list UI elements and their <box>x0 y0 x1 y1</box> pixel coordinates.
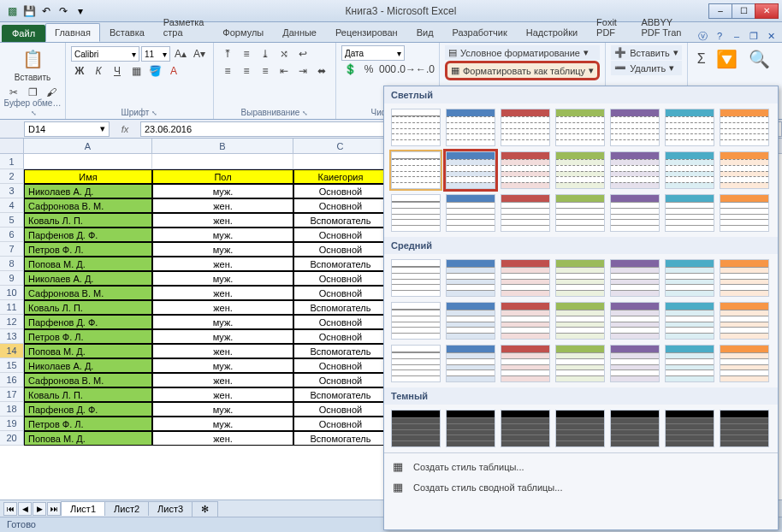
cell-name[interactable]: Николаев А. Д. <box>24 358 152 373</box>
column-header-b[interactable]: B <box>152 139 293 153</box>
cell-category[interactable]: Основной <box>293 315 388 329</box>
minimize-button[interactable]: – <box>708 3 732 19</box>
cell-name[interactable]: Николаев А. Д. <box>24 271 152 286</box>
cell-name[interactable]: Коваль Л. П. <box>24 387 152 402</box>
workbook-min-icon[interactable]: – <box>731 30 743 42</box>
row-header[interactable]: 14 <box>0 344 24 358</box>
table-style-swatch[interactable] <box>446 410 495 447</box>
tab-page-layout[interactable]: Разметка стра <box>154 13 214 42</box>
table-style-swatch[interactable] <box>446 259 495 297</box>
cell-name[interactable]: Сафронова В. М. <box>24 198 152 213</box>
cell-category[interactable]: Основной <box>293 329 388 344</box>
cell-gender[interactable]: жен. <box>152 373 293 387</box>
row-header[interactable]: 4 <box>0 198 24 213</box>
cell-gender[interactable]: муж. <box>152 228 293 242</box>
row-header[interactable]: 5 <box>0 213 24 228</box>
comma-icon[interactable]: 000 <box>379 61 396 78</box>
decrease-decimal-icon[interactable]: ←.0 <box>417 61 434 78</box>
file-tab[interactable]: Файл <box>2 25 45 42</box>
table-style-swatch[interactable] <box>555 151 605 189</box>
font-size-select[interactable]: 11▾ <box>141 46 170 62</box>
cell[interactable] <box>24 154 152 169</box>
table-style-swatch[interactable] <box>391 410 441 447</box>
row-header[interactable]: 15 <box>0 358 24 373</box>
cell-gender[interactable]: жен. <box>152 286 293 300</box>
border-icon[interactable]: ▦ <box>127 62 145 80</box>
redo-icon[interactable]: ↷ <box>56 4 70 18</box>
table-style-swatch[interactable] <box>720 259 769 297</box>
row-header[interactable]: 2 <box>0 169 24 184</box>
sheet-tab[interactable]: Лист3 <box>148 501 193 516</box>
save-icon[interactable]: 💾 <box>22 4 36 18</box>
table-style-swatch[interactable] <box>501 345 550 382</box>
close-button[interactable]: ✕ <box>755 3 779 19</box>
align-left-icon[interactable]: ≡ <box>219 62 236 80</box>
tab-developer[interactable]: Разработчик <box>443 23 517 42</box>
tab-review[interactable]: Рецензирован <box>326 23 407 42</box>
cell-gender[interactable]: жен. <box>152 344 293 358</box>
new-pivot-style-item[interactable]: ▦Создать стиль сводной таблицы... <box>384 477 778 498</box>
cell-gender[interactable]: жен. <box>152 213 293 228</box>
font-name-select[interactable]: Calibri▾ <box>71 46 139 62</box>
tab-view[interactable]: Вид <box>407 23 443 42</box>
table-style-swatch[interactable] <box>720 151 769 189</box>
wrap-text-icon[interactable]: ↩ <box>294 45 311 62</box>
cell-name[interactable]: Коваль Л. П. <box>24 213 152 228</box>
cell-gender[interactable]: муж. <box>152 242 293 257</box>
new-table-style-item[interactable]: ▦Создать стиль таблицы... <box>384 457 778 477</box>
header-cell-category[interactable]: Каиегория <box>293 169 388 184</box>
increase-indent-icon[interactable]: ⇥ <box>294 62 311 80</box>
cell-name[interactable]: Парфенов Д. Ф. <box>24 228 152 242</box>
table-style-swatch[interactable] <box>610 109 660 146</box>
table-style-swatch[interactable] <box>391 259 441 297</box>
cell-category[interactable]: Вспомогатель <box>293 431 388 446</box>
table-style-swatch[interactable] <box>665 194 714 232</box>
table-style-swatch[interactable] <box>391 194 441 232</box>
cell-name[interactable]: Петров Ф. Л. <box>24 417 152 431</box>
cell-category[interactable]: Основной <box>293 242 388 257</box>
number-format-select[interactable]: Дата▾ <box>341 45 405 61</box>
decrease-indent-icon[interactable]: ⇤ <box>275 62 293 80</box>
sheet-nav-next[interactable]: ▶ <box>33 502 46 516</box>
row-header[interactable]: 11 <box>0 300 24 315</box>
table-style-swatch[interactable] <box>555 345 605 382</box>
find-select-button[interactable]: 🔍 <box>744 45 775 73</box>
underline-icon[interactable]: Ч <box>109 62 126 80</box>
table-style-swatch[interactable] <box>665 109 714 146</box>
table-style-swatch[interactable] <box>665 345 714 382</box>
cell-name[interactable]: Попова М. Д. <box>24 431 152 446</box>
cell-gender[interactable]: муж. <box>152 358 293 373</box>
name-box[interactable]: D14▾ <box>24 121 110 137</box>
cell-category[interactable]: Вспомогатель <box>293 213 388 228</box>
table-style-swatch[interactable] <box>501 194 550 232</box>
conditional-formatting-button[interactable]: ▤ Условное форматирование▾ <box>445 45 600 60</box>
table-style-swatch[interactable] <box>720 410 769 447</box>
new-sheet-tab[interactable]: ✻ <box>192 501 218 517</box>
cell-name[interactable]: Попова М. Д. <box>24 257 152 271</box>
table-style-swatch[interactable] <box>720 345 769 382</box>
table-style-swatch[interactable] <box>555 410 605 447</box>
font-color-icon[interactable]: A <box>165 62 182 80</box>
paste-button[interactable]: 📋 Вставить <box>5 45 60 84</box>
cell-gender[interactable]: жен. <box>152 431 293 446</box>
cell-gender[interactable]: жен. <box>152 387 293 402</box>
shrink-font-icon[interactable]: A▾ <box>191 45 208 62</box>
table-style-swatch[interactable] <box>446 109 495 146</box>
cell-gender[interactable]: жен. <box>152 300 293 315</box>
currency-icon[interactable]: 💲 <box>341 61 358 78</box>
cell-category[interactable]: Основной <box>293 184 388 198</box>
maximize-button[interactable]: ☐ <box>732 3 755 19</box>
row-header[interactable]: 12 <box>0 315 24 329</box>
autosum-icon[interactable]: Σ <box>693 50 710 68</box>
cell-gender[interactable]: жен. <box>152 257 293 271</box>
cell-name[interactable]: Петров Ф. Л. <box>24 242 152 257</box>
increase-decimal-icon[interactable]: .0→ <box>398 61 415 78</box>
cell-category[interactable]: Вспомогатель <box>293 344 388 358</box>
header-cell-gender[interactable]: Пол <box>152 169 293 184</box>
undo-icon[interactable]: ↶ <box>39 4 53 18</box>
cell-category[interactable]: Основной <box>293 228 388 242</box>
table-style-swatch[interactable] <box>446 345 495 382</box>
row-header[interactable]: 20 <box>0 431 24 446</box>
qat-dropdown-icon[interactable]: ▾ <box>74 4 87 18</box>
row-header[interactable]: 9 <box>0 271 24 286</box>
